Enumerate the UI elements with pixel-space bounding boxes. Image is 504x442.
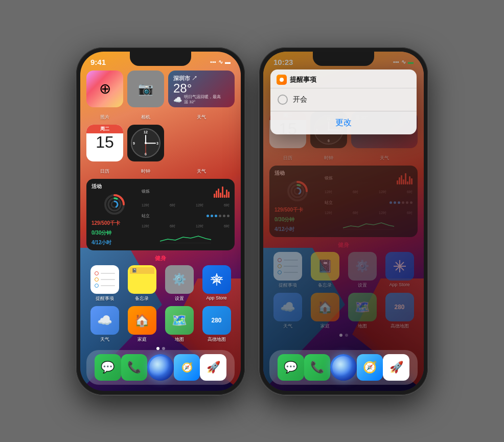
clock-center: [145, 142, 147, 144]
popup-app-icon: [277, 75, 287, 85]
app-appstore-left[interactable]: App Store: [199, 265, 234, 302]
activity-minutes: 0/30分钟: [91, 230, 111, 236]
popup-title: 提醒事项: [290, 75, 316, 84]
activity-calories: 129/500千卡: [91, 220, 120, 226]
widget-clock[interactable]: 12 3 6 9: [127, 125, 164, 161]
activity-line-chart: [142, 234, 230, 243]
dock-messages-left[interactable]: 💬: [95, 354, 121, 381]
app-settings-left[interactable]: ⚙️ 设置: [162, 265, 196, 302]
dock-safari-right[interactable]: 🧭: [357, 354, 383, 381]
notes-label-left: 备忘录: [135, 295, 149, 302]
reminders-icon: [90, 265, 119, 294]
activity-ring-container: [91, 193, 138, 216]
dock-phone-left[interactable]: 📞: [121, 354, 148, 381]
activity-stats-left: 129/500千卡 0/30分钟 4/12小时: [91, 218, 138, 246]
widget-weather-large[interactable]: 深圳市 ↗ 28° ☁️ 明日气温回暖，最高 温 32°: [168, 71, 235, 107]
time-labels-exercise: 12时6时12时6时: [142, 203, 230, 208]
stand-label: 站立: [142, 213, 150, 219]
phone-right: 10:23 ▪▪▪ ∿ ▬ 周二 15 12: [259, 48, 428, 395]
widget-labels-row1: 照片 相机 天气: [86, 111, 235, 121]
widget-photos[interactable]: ⊕: [86, 71, 123, 107]
signal-icon: ▪▪▪: [210, 59, 216, 65]
appstore-icon: [202, 265, 231, 294]
weather-label-app: 天气: [100, 336, 109, 343]
reminders-popup[interactable]: 提醒事项 开会 更改: [270, 69, 417, 134]
app-home-left[interactable]: 🏠 家庭: [125, 306, 159, 343]
widget-labels-row2: 日历 时钟 天气: [86, 166, 235, 175]
page-dots-left: [86, 347, 235, 350]
activity-hours: 4/12小时: [91, 240, 111, 245]
appstore-svg: [210, 272, 224, 287]
calendar-weekday: 周二: [86, 125, 123, 133]
weather-icon: ☁️: [90, 306, 119, 335]
activity-ring-svg: [103, 193, 126, 216]
health-label-left: 健身: [86, 254, 235, 262]
weather-temp: 28°: [173, 82, 230, 95]
maps-icon: 🗺️: [165, 306, 194, 335]
popup-header: 提醒事项: [270, 69, 417, 88]
app-reminders-left[interactable]: 提醒事项: [87, 265, 122, 302]
camera-label: 相机: [141, 114, 150, 120]
phone-left-screen: 9:41 ▪▪▪ ∿ ▬ ⊕ 📷 深圳市: [80, 52, 241, 391]
clock-9: 9: [133, 141, 135, 145]
dot1-left: [156, 347, 159, 350]
dock-right: 💬 📞 🧭 🚀: [269, 350, 418, 385]
app-grid-row2-left: ☁️ 天气 🏠 家庭 🗺️ 地图 280: [86, 306, 235, 343]
dock-rocket-left[interactable]: 🚀: [200, 354, 226, 381]
weather-desc: 明日气温回暖，最高 温 32°: [184, 95, 221, 105]
home-label: 家庭: [138, 336, 147, 343]
dock-left: 💬 📞 🧭 🚀: [86, 350, 235, 385]
dot2-left: [162, 347, 165, 350]
notes-icon: 📓: [128, 265, 156, 294]
app-notes-left[interactable]: 📓 备忘录: [125, 265, 159, 302]
activity-stats-right: 锻炼: [142, 183, 230, 246]
stand-dots: [207, 215, 230, 217]
dock-safari-left[interactable]: 🧭: [174, 354, 200, 381]
phones-container: 9:41 ▪▪▪ ∿ ▬ ⊕ 📷 深圳市: [76, 48, 428, 395]
phone-right-screen: 10:23 ▪▪▪ ∿ ▬ 周二 15 12: [263, 52, 424, 391]
popup-item-text: 开会: [293, 95, 307, 104]
photos-label: 照片: [100, 114, 109, 120]
app-gaode-left[interactable]: 280 高德地图: [199, 306, 234, 343]
weather-label2: 天气: [197, 169, 206, 174]
activity-widget-left[interactable]: 活动 129/500千卡: [86, 179, 235, 250]
popup-item: 开会: [270, 88, 417, 111]
widgets-area-left: ⊕ 📷 深圳市 ↗ 28° ☁️ 明日气温回暖，最高 温 32°: [80, 68, 241, 350]
maps-label: 地图: [175, 336, 184, 343]
dock-phone-right[interactable]: 📞: [304, 354, 331, 381]
app-weather-left[interactable]: ☁️ 天气: [87, 306, 122, 343]
spacer: [168, 125, 235, 161]
gaode-label: 高德地图: [208, 336, 226, 343]
clock-12: 12: [144, 130, 148, 134]
dock-messages-right[interactable]: 💬: [278, 354, 304, 381]
popup-action-button[interactable]: 更改: [270, 111, 417, 134]
battery-icon: ▬: [225, 59, 231, 65]
calendar-day: 15: [96, 133, 114, 151]
wifi-icon: ∿: [218, 59, 223, 65]
photos-icon: ⊕: [86, 71, 123, 107]
activity-row-exercise: 锻炼: [142, 185, 230, 198]
exercise-label: 锻炼: [142, 189, 150, 194]
clock-3: 3: [156, 141, 158, 145]
dock-rocket-right[interactable]: 🚀: [383, 354, 409, 381]
clock-label: 时钟: [141, 169, 150, 174]
home-icon: 🏠: [128, 306, 156, 335]
widget-camera[interactable]: 📷: [127, 71, 164, 107]
phone-left: 9:41 ▪▪▪ ∿ ▬ ⊕ 📷 深圳市: [76, 48, 245, 395]
notch-left: [130, 52, 191, 66]
activity-left: 活动 129/500千卡: [91, 183, 138, 246]
app-maps-left[interactable]: 🗺️ 地图: [162, 306, 196, 343]
app-grid-row1-left: 提醒事项 📓 备忘录 ⚙️ 设置: [86, 265, 235, 302]
second-widgets-row: 周二 15 12 3 6 9: [86, 125, 235, 161]
popup-item-circle: [278, 95, 288, 105]
dock-siri-right[interactable]: [330, 354, 357, 381]
calendar-label: 日历: [100, 169, 109, 174]
top-widgets-row: ⊕ 📷 深圳市 ↗ 28° ☁️ 明日气温回暖，最高 温 32°: [86, 71, 235, 107]
widget-calendar[interactable]: 周二 15: [86, 125, 123, 161]
activity-title: 活动: [91, 183, 138, 190]
dock-siri-left[interactable]: [147, 354, 174, 381]
notch-right: [313, 52, 374, 66]
reminders-label-left: 提醒事项: [96, 295, 114, 302]
clock-min-hand: [146, 143, 156, 144]
time-labels-stand: 12时6时12时6时: [142, 224, 230, 229]
